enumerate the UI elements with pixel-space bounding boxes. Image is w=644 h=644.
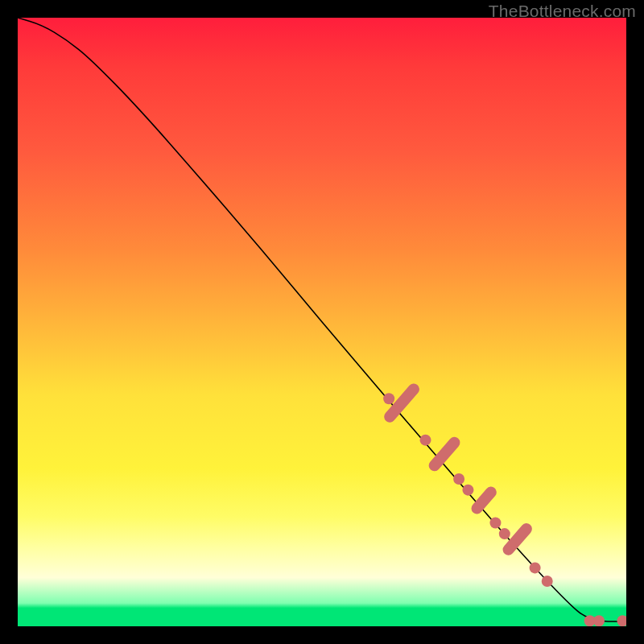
data-markers xyxy=(382,382,626,626)
data-pill xyxy=(469,485,499,517)
data-dot xyxy=(499,528,510,539)
bottleneck-curve xyxy=(18,18,626,621)
chart-frame: TheBottleneck.com xyxy=(0,0,644,644)
watermark-text: TheBottleneck.com xyxy=(489,2,636,21)
data-dot xyxy=(542,576,553,587)
data-dot xyxy=(462,485,473,496)
data-dot xyxy=(593,615,605,626)
data-pill xyxy=(382,382,422,425)
data-dot xyxy=(584,615,596,626)
chart-svg xyxy=(18,18,626,626)
data-dot xyxy=(383,393,394,404)
data-dot xyxy=(420,435,431,446)
data-pill xyxy=(501,521,535,557)
plot-area xyxy=(18,18,626,626)
data-pill xyxy=(427,435,463,473)
data-dot xyxy=(453,473,464,485)
data-dot xyxy=(489,517,501,528)
data-dot xyxy=(530,562,541,573)
data-dot xyxy=(617,615,626,626)
